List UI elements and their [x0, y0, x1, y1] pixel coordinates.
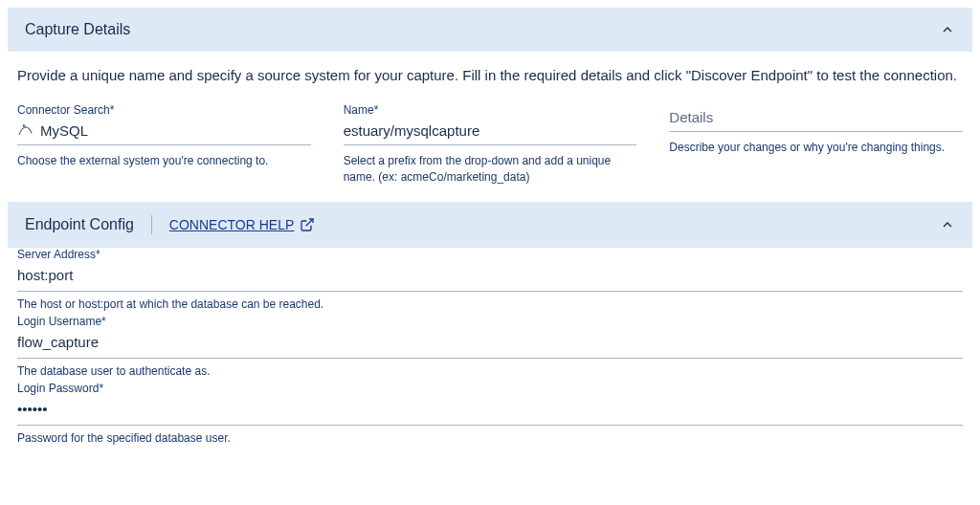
connector-help-link[interactable]: CONNECTOR HELP	[169, 217, 315, 232]
login-password-input[interactable]	[17, 399, 963, 419]
connector-search-input[interactable]	[40, 121, 311, 141]
svg-line-1	[306, 219, 313, 226]
server-address-input-wrap[interactable]	[17, 265, 963, 292]
details-help: Describe your changes or why you're chan…	[669, 140, 963, 156]
details-input[interactable]	[669, 107, 963, 127]
endpoint-config-panel: Endpoint Config CONNECTOR HELP Server Ad…	[8, 202, 972, 445]
connector-search-field: Connector Search* Choose the external sy…	[17, 103, 311, 187]
details-field: Describe your changes or why you're chan…	[669, 103, 963, 187]
login-username-label: Login Username*	[17, 315, 963, 328]
external-link-icon	[300, 217, 315, 232]
capture-details-body: Provide a unique name and specify a sour…	[8, 52, 972, 194]
login-password-label: Login Password*	[17, 382, 963, 395]
name-input-wrap[interactable]	[344, 121, 637, 145]
server-address-help: The host or host:port at which the datab…	[17, 297, 963, 311]
server-address-field: Server Address* The host or host:port at…	[17, 248, 963, 311]
svg-point-0	[24, 125, 25, 126]
capture-details-header[interactable]: Capture Details	[8, 8, 972, 52]
chevron-up-icon	[940, 217, 955, 232]
login-username-field: Login Username* The database user to aut…	[17, 315, 963, 378]
capture-fields-row: Connector Search* Choose the external sy…	[17, 103, 963, 187]
login-username-help: The database user to authenticate as.	[17, 364, 963, 378]
connector-search-label: Connector Search*	[17, 103, 311, 117]
header-divider	[151, 215, 152, 234]
login-password-help: Password for the specified database user…	[17, 431, 963, 445]
name-label: Name*	[344, 103, 637, 117]
login-password-input-wrap[interactable]	[17, 399, 963, 426]
details-input-wrap[interactable]	[669, 107, 963, 132]
name-input[interactable]	[344, 121, 637, 141]
connector-help-label: CONNECTOR HELP	[169, 217, 294, 232]
server-address-input[interactable]	[17, 265, 963, 285]
connector-search-help: Choose the external system you're connec…	[17, 153, 311, 169]
login-username-input[interactable]	[17, 332, 963, 352]
connector-search-input-wrap[interactable]	[17, 121, 311, 145]
endpoint-config-header[interactable]: Endpoint Config CONNECTOR HELP	[8, 202, 972, 248]
endpoint-config-body: Server Address* The host or host:port at…	[8, 248, 972, 445]
login-password-field: Login Password* Password for the specifi…	[17, 382, 963, 445]
mysql-icon	[17, 121, 34, 139]
login-username-input-wrap[interactable]	[17, 332, 963, 359]
capture-details-intro: Provide a unique name and specify a sour…	[17, 65, 963, 86]
endpoint-config-header-left: Endpoint Config CONNECTOR HELP	[25, 215, 315, 234]
capture-details-title: Capture Details	[25, 21, 130, 38]
capture-details-panel: Capture Details Provide a unique name an…	[8, 8, 972, 194]
name-help: Select a prefix from the drop-down and a…	[344, 153, 637, 187]
server-address-label: Server Address*	[17, 248, 963, 261]
chevron-up-icon	[940, 22, 955, 37]
name-field: Name* Select a prefix from the drop-down…	[344, 103, 637, 187]
endpoint-config-title: Endpoint Config	[25, 216, 134, 233]
